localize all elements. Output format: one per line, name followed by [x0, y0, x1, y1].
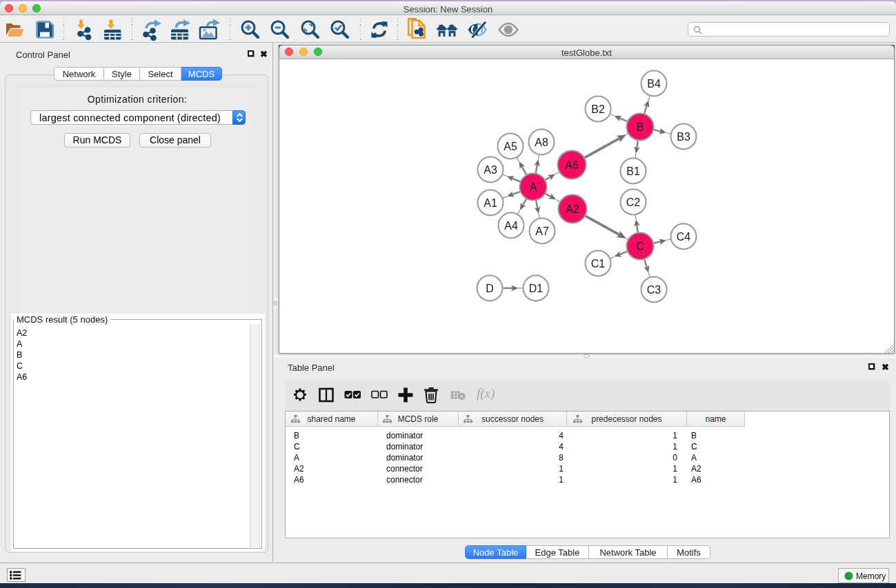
svg-text:B: B	[637, 121, 644, 133]
svg-text:A3: A3	[484, 164, 497, 176]
svg-text:A4: A4	[504, 220, 518, 232]
svg-text:C3: C3	[647, 284, 661, 296]
svg-text:A6: A6	[565, 159, 579, 171]
svg-text:C4: C4	[677, 231, 691, 243]
svg-text:D: D	[486, 283, 494, 294]
svg-text:A8: A8	[535, 136, 548, 148]
svg-text:A: A	[530, 181, 537, 193]
svg-text:B4: B4	[647, 78, 661, 90]
svg-text:A5: A5	[504, 141, 517, 152]
svg-text:A2: A2	[566, 203, 579, 215]
svg-text:B2: B2	[591, 103, 605, 115]
svg-text:B1: B1	[626, 165, 640, 177]
svg-text:A1: A1	[484, 197, 497, 209]
svg-text:C: C	[636, 241, 644, 252]
svg-text:D1: D1	[529, 283, 544, 294]
svg-text:C2: C2	[626, 196, 641, 208]
svg-text:A7: A7	[535, 225, 549, 237]
svg-text:B3: B3	[677, 131, 690, 143]
svg-text:C1: C1	[591, 258, 606, 270]
